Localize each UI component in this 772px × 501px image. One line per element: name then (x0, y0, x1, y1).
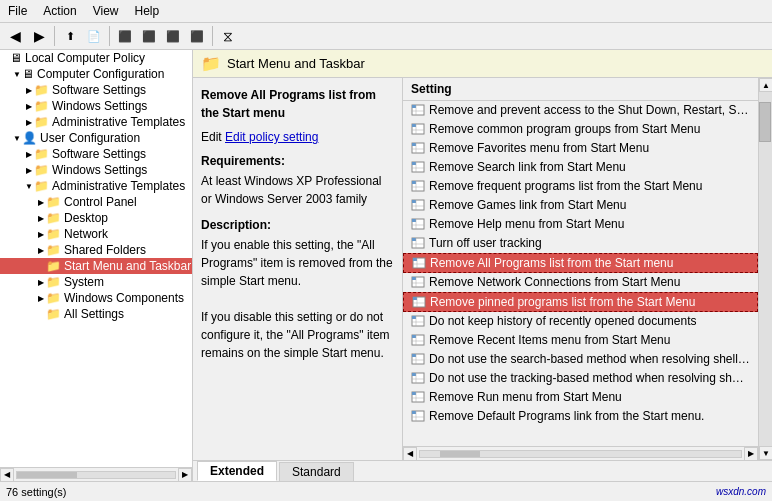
tree-folder-icon: 📁 (34, 147, 49, 161)
setting-item-s7[interactable]: Remove Help menu from Start Menu (403, 215, 758, 234)
setting-icon (412, 295, 426, 309)
setting-item-s10[interactable]: Remove Network Connections from Start Me… (403, 273, 758, 292)
tree-item-windows-components[interactable]: ▶ 📁 Windows Components (0, 290, 192, 306)
setting-icon (411, 333, 425, 347)
toolbar-view1[interactable]: ⬛ (162, 25, 184, 47)
tree-item-label: Windows Settings (52, 163, 147, 177)
svg-rect-1 (412, 105, 416, 108)
expand-icon[interactable]: ▶ (24, 166, 34, 175)
tree-item-administrative-templates-cc[interactable]: ▶ 📁 Administrative Templates (0, 114, 192, 130)
expand-icon[interactable]: ▶ (36, 214, 46, 223)
left-hscroll-track (16, 471, 176, 479)
setting-item-s2[interactable]: Remove common program groups from Start … (403, 120, 758, 139)
setting-item-s13[interactable]: Remove Recent Items menu from Start Menu (403, 331, 758, 350)
toolbar-properties[interactable]: ⬛ (138, 25, 160, 47)
tree-folder-icon: 📁 (46, 259, 61, 273)
setting-icon (411, 236, 425, 250)
tree-item-desktop[interactable]: ▶ 📁 Desktop (0, 210, 192, 226)
settings-vscroll-thumb[interactable] (759, 102, 771, 142)
setting-label: Turn off user tracking (429, 236, 542, 250)
tab-standard[interactable]: Standard (279, 462, 354, 481)
tree-folder-icon: 📁 (34, 83, 49, 97)
setting-label: Remove Games link from Start Menu (429, 198, 626, 212)
setting-label: Do not use the tracking-based method whe… (429, 371, 750, 385)
left-hscroll-left[interactable]: ◀ (0, 468, 14, 482)
svg-rect-61 (412, 392, 416, 395)
tree-item-start-menu-taskbar[interactable]: 📁 Start Menu and Taskbar (0, 258, 192, 274)
tree-item-control-panel[interactable]: ▶ 📁 Control Panel (0, 194, 192, 210)
settings-hscroll-right[interactable]: ▶ (744, 447, 758, 461)
toolbar-back[interactable]: ◀ (4, 25, 26, 47)
left-panel-container: 🖥 Local Computer Policy ▼ 🖥 Computer Con… (0, 50, 193, 481)
menu-action[interactable]: Action (35, 2, 84, 20)
tree-item-windows-settings-cc[interactable]: ▶ 📁 Windows Settings (0, 98, 192, 114)
edit-policy-link[interactable]: Edit policy setting (225, 130, 318, 144)
menu-help[interactable]: Help (127, 2, 168, 20)
tree-item-label: Local Computer Policy (25, 51, 145, 65)
setting-item-s12[interactable]: Do not keep history of recently opened d… (403, 312, 758, 331)
expand-icon[interactable]: ▶ (36, 294, 46, 303)
setting-item-s14[interactable]: Do not use the search-based method when … (403, 350, 758, 369)
setting-item-s4[interactable]: Remove Search link from Start Menu (403, 158, 758, 177)
menu-file[interactable]: File (0, 2, 35, 20)
setting-item-s1[interactable]: Remove and prevent access to the Shut Do… (403, 101, 758, 120)
toolbar-new[interactable]: ⬛ (114, 25, 136, 47)
expand-icon[interactable]: ▶ (36, 246, 46, 255)
tree-folder-icon: 👤 (22, 131, 37, 145)
tree-item-all-settings[interactable]: 📁 All Settings (0, 306, 192, 322)
setting-item-s5[interactable]: Remove frequent programs list from the S… (403, 177, 758, 196)
status-brand: wsxdn.com (716, 486, 766, 497)
setting-item-s15[interactable]: Do not use the tracking-based method whe… (403, 369, 758, 388)
tree-item-windows-settings-uc[interactable]: ▶ 📁 Windows Settings (0, 162, 192, 178)
expand-icon[interactable]: ▶ (24, 102, 34, 111)
left-hscroll-thumb[interactable] (17, 472, 77, 478)
tree-item-software-settings-uc[interactable]: ▶ 📁 Software Settings (0, 146, 192, 162)
toolbar-forward[interactable]: ▶ (28, 25, 50, 47)
header-title: Start Menu and Taskbar (227, 56, 365, 71)
setting-item-s9[interactable]: Remove All Programs list from the Start … (403, 253, 758, 273)
toolbar-up[interactable]: ⬆ (59, 25, 81, 47)
tree-item-network[interactable]: ▶ 📁 Network (0, 226, 192, 242)
tree-item-software-settings-cc[interactable]: ▶ 📁 Software Settings (0, 82, 192, 98)
expand-icon[interactable]: ▶ (36, 230, 46, 239)
settings-vscroll-up[interactable]: ▲ (759, 78, 772, 92)
tree-item-computer-configuration[interactable]: ▼ 🖥 Computer Configuration (0, 66, 192, 82)
tree-item-label: Windows Components (64, 291, 184, 305)
toolbar-show-hide[interactable]: 📄 (83, 25, 105, 47)
expand-icon[interactable]: ▼ (12, 70, 22, 79)
right-panel: 📁 Start Menu and Taskbar Remove All Prog… (193, 50, 772, 481)
tree-item-user-configuration[interactable]: ▼ 👤 User Configuration (0, 130, 192, 146)
setting-item-s3[interactable]: Remove Favorites menu from Start Menu (403, 139, 758, 158)
tab-extended[interactable]: Extended (197, 461, 277, 481)
tree-item-shared-folders[interactable]: ▶ 📁 Shared Folders (0, 242, 192, 258)
setting-item-s11[interactable]: Remove pinned programs list from the Sta… (403, 292, 758, 312)
settings-vscroll: ▲ ▼ (758, 78, 772, 460)
expand-icon[interactable]: ▶ (24, 118, 34, 127)
settings-hscroll-left[interactable]: ◀ (403, 447, 417, 461)
expand-icon[interactable]: ▶ (24, 86, 34, 95)
tree-item-system[interactable]: ▶ 📁 System (0, 274, 192, 290)
settings-area: Setting Remove and prevent access to the… (403, 78, 772, 460)
menu-view[interactable]: View (85, 2, 127, 20)
tree-item-local-computer-policy[interactable]: 🖥 Local Computer Policy (0, 50, 192, 66)
setting-item-s16[interactable]: Remove Run menu from Start Menu (403, 388, 758, 407)
setting-item-s6[interactable]: Remove Games link from Start Menu (403, 196, 758, 215)
tree-item-administrative-templates-uc[interactable]: ▼ 📁 Administrative Templates (0, 178, 192, 194)
settings-list[interactable]: Remove and prevent access to the Shut Do… (403, 101, 758, 446)
description-label: Description: (201, 218, 271, 232)
setting-icon (412, 256, 426, 270)
tree-item-label: Windows Settings (52, 99, 147, 113)
tree-folder-icon: 🖥 (10, 51, 22, 65)
setting-item-s17[interactable]: Remove Default Programs link from the St… (403, 407, 758, 426)
toolbar-filter[interactable]: ⧖ (217, 25, 239, 47)
expand-icon[interactable]: ▼ (24, 182, 34, 191)
toolbar-view2[interactable]: ⬛ (186, 25, 208, 47)
expand-icon[interactable]: ▶ (36, 198, 46, 207)
setting-item-s8[interactable]: Turn off user tracking (403, 234, 758, 253)
left-hscroll-right[interactable]: ▶ (178, 468, 192, 482)
settings-vscroll-down[interactable]: ▼ (759, 446, 772, 460)
expand-icon[interactable]: ▶ (36, 278, 46, 287)
settings-hscroll-thumb[interactable] (440, 451, 480, 457)
expand-icon[interactable]: ▶ (24, 150, 34, 159)
expand-icon[interactable]: ▼ (12, 134, 22, 143)
